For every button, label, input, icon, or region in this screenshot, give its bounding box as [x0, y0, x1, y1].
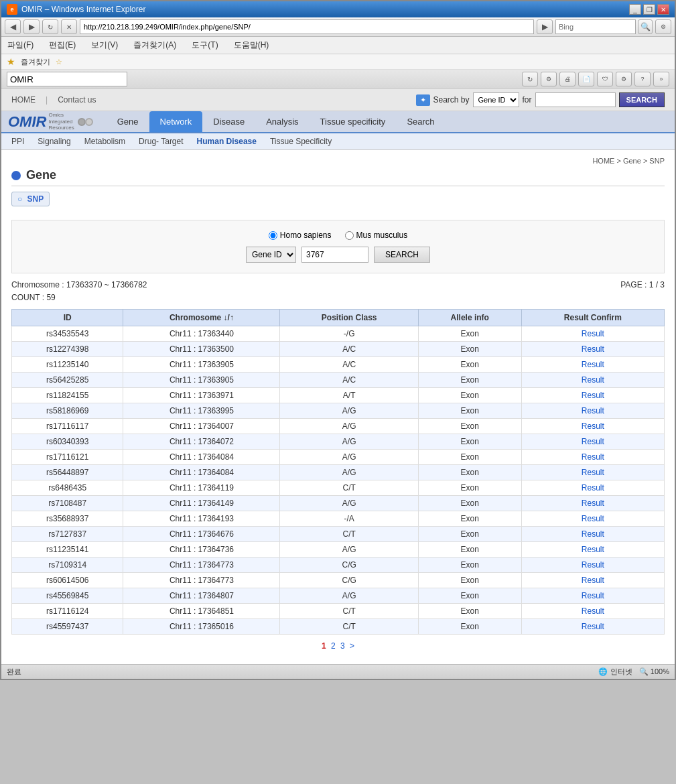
back-button[interactable]: ◀: [5, 19, 21, 34]
toolbar-tools2[interactable]: ⚙: [616, 72, 632, 86]
cell-result[interactable]: Result: [521, 465, 664, 480]
cell-result[interactable]: Result: [521, 326, 664, 342]
subnav-tissue-specificity[interactable]: Tissue Specificity: [270, 137, 332, 146]
bing-search-button[interactable]: 🔍: [638, 19, 653, 34]
menu-edit[interactable]: 편집(E): [46, 38, 78, 52]
result-link[interactable]: Result: [582, 483, 604, 493]
cell-result[interactable]: Result: [521, 480, 664, 496]
result-link[interactable]: Result: [582, 391, 604, 400]
cell-result[interactable]: Result: [521, 619, 664, 635]
result-link[interactable]: Result: [582, 560, 604, 570]
search-by-select[interactable]: Gene ID: [473, 92, 519, 107]
result-link[interactable]: Result: [582, 606, 604, 616]
tab-network[interactable]: Network: [149, 111, 203, 132]
home-link[interactable]: HOME: [11, 95, 36, 105]
top-search-button[interactable]: SEARCH: [619, 92, 665, 107]
bing-search-input[interactable]: [555, 19, 636, 34]
cell-result[interactable]: Result: [521, 558, 664, 573]
cell-result[interactable]: Result: [521, 419, 664, 434]
result-link[interactable]: Result: [582, 529, 604, 539]
cell-result[interactable]: Result: [521, 511, 664, 527]
tab-search[interactable]: Search: [396, 111, 445, 132]
cell-result[interactable]: Result: [521, 388, 664, 403]
page-3-link[interactable]: 3: [340, 641, 345, 651]
cell-result[interactable]: Result: [521, 527, 664, 542]
result-link[interactable]: Result: [582, 514, 604, 523]
cell-result[interactable]: Result: [521, 542, 664, 558]
restore-button[interactable]: ❐: [643, 4, 655, 15]
stop-button[interactable]: ✕: [61, 19, 77, 34]
cell-result[interactable]: Result: [521, 357, 664, 373]
toolbar-refresh[interactable]: ↻: [522, 72, 538, 86]
tab-disease[interactable]: Disease: [202, 111, 255, 132]
col-chromosome[interactable]: Chromosome ↓/↑: [123, 310, 280, 326]
form-search-button[interactable]: SEARCH: [374, 247, 430, 263]
cell-id: rs34535543: [12, 326, 123, 342]
gene-value-input[interactable]: [301, 247, 368, 263]
menu-tools[interactable]: 도구(T): [189, 38, 220, 52]
contact-link[interactable]: Contact us: [58, 95, 96, 105]
menu-file[interactable]: 파일(F): [5, 38, 36, 52]
result-link[interactable]: Result: [582, 344, 604, 354]
minimize-button[interactable]: _: [629, 4, 641, 15]
favorites-label[interactable]: 즐겨찾기: [21, 57, 50, 67]
cell-result[interactable]: Result: [521, 342, 664, 357]
menu-favorites[interactable]: 즐겨찾기(A): [131, 38, 179, 52]
cell-position: A/G: [280, 496, 418, 511]
mus-musculus-radio[interactable]: Mus musculus: [345, 231, 408, 240]
result-link[interactable]: Result: [582, 375, 604, 385]
cell-result[interactable]: Result: [521, 573, 664, 588]
result-link[interactable]: Result: [582, 622, 604, 631]
toolbar-help[interactable]: ?: [634, 72, 651, 86]
subnav-metabolism[interactable]: Metabolism: [84, 137, 125, 146]
close-button[interactable]: ✕: [657, 4, 669, 15]
page-1-link[interactable]: 1: [322, 641, 326, 651]
toolbar-print[interactable]: 🖨: [559, 72, 576, 86]
page-next-link[interactable]: >: [350, 641, 354, 651]
subnav-drug-target[interactable]: Drug- Target: [139, 137, 183, 146]
result-link[interactable]: Result: [582, 576, 604, 585]
result-link[interactable]: Result: [582, 406, 604, 415]
table-row: rs45569845 Chr11 : 17364807 A/G Exon Res…: [12, 588, 665, 604]
result-link[interactable]: Result: [582, 468, 604, 477]
toolbar-settings[interactable]: ⚙: [541, 72, 557, 86]
toolbar-page[interactable]: 📄: [578, 72, 594, 86]
result-link[interactable]: Result: [582, 452, 604, 462]
tools-button[interactable]: ⚙: [655, 19, 671, 34]
menu-help[interactable]: 도움말(H): [231, 38, 272, 52]
cell-result[interactable]: Result: [521, 604, 664, 619]
go-button[interactable]: ▶: [537, 19, 553, 34]
tab-gene[interactable]: Gene: [107, 111, 149, 132]
toolbar-extra[interactable]: »: [653, 72, 669, 86]
top-search-input[interactable]: [535, 92, 616, 107]
cell-result[interactable]: Result: [521, 403, 664, 419]
address-input[interactable]: [80, 19, 534, 34]
subnav-signaling[interactable]: Signaling: [38, 137, 70, 146]
result-link[interactable]: Result: [582, 360, 604, 369]
result-link[interactable]: Result: [582, 545, 604, 554]
result-link[interactable]: Result: [582, 437, 604, 446]
cell-result[interactable]: Result: [521, 496, 664, 511]
main-nav: OMIR OmicsIntegratedResources Gene Netwo…: [1, 111, 675, 133]
homo-sapiens-radio[interactable]: Homo sapiens: [269, 231, 332, 240]
result-link[interactable]: Result: [582, 421, 604, 431]
forward-button[interactable]: ▶: [23, 19, 40, 34]
menu-view[interactable]: 보기(V): [88, 38, 121, 52]
subnav-human-disease[interactable]: Human Disease: [197, 137, 257, 146]
result-link[interactable]: Result: [582, 329, 604, 338]
tab-tissue[interactable]: Tissue specificity: [310, 111, 397, 132]
gene-id-select[interactable]: Gene ID: [246, 247, 296, 263]
subnav-ppi[interactable]: PPI: [11, 137, 24, 146]
result-link[interactable]: Result: [582, 499, 604, 508]
cell-result[interactable]: Result: [521, 373, 664, 388]
cell-chromosome: Chr11 : 17363995: [123, 403, 280, 419]
result-link[interactable]: Result: [582, 591, 604, 600]
page-2-link[interactable]: 2: [331, 641, 336, 651]
tab-analysis[interactable]: Analysis: [255, 111, 309, 132]
refresh-button[interactable]: ↻: [42, 19, 58, 34]
cell-result[interactable]: Result: [521, 434, 664, 450]
cell-result[interactable]: Result: [521, 588, 664, 604]
toolbar-safety[interactable]: 🛡: [597, 72, 613, 86]
omir-toolbar-input[interactable]: [7, 72, 127, 86]
cell-result[interactable]: Result: [521, 450, 664, 465]
